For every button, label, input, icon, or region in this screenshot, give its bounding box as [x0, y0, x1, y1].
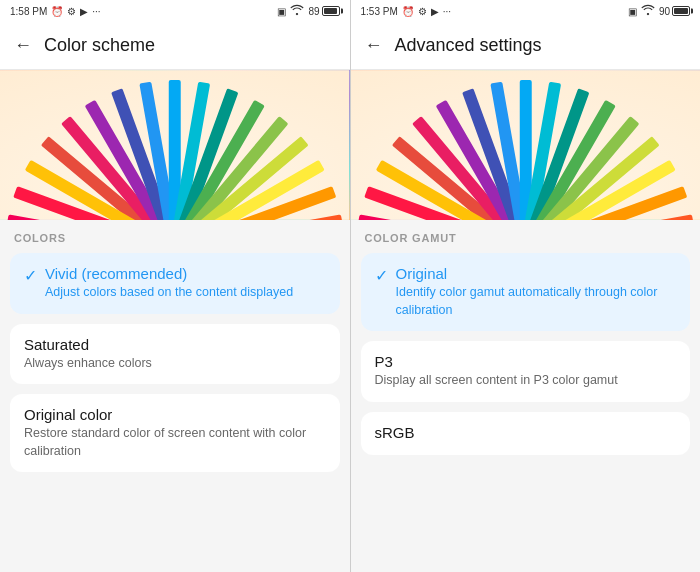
original-color-option-card[interactable]: Original color Restore standard color of… — [10, 394, 340, 472]
check-icon-original: ✓ — [375, 266, 388, 285]
original-color-desc: Restore standard color of screen content… — [24, 425, 326, 460]
colors-section-label: COLORS — [0, 220, 350, 248]
signal-icon-r: ▣ — [628, 6, 637, 17]
p3-option-card[interactable]: P3 Display all screen content in P3 colo… — [361, 341, 691, 402]
media-icon-r: ▶ — [431, 6, 439, 17]
vivid-desc: Adjust colors based on the content displ… — [45, 284, 326, 302]
back-button-advanced[interactable]: ← — [365, 35, 383, 56]
original-color-title: Original color — [24, 406, 326, 423]
srgb-option-card[interactable]: sRGB — [361, 412, 691, 455]
status-bar-right: 1:53 PM ⏰ ⚙ ▶ ··· ▣ 90 — [351, 0, 701, 22]
time-left: 1:58 PM — [10, 6, 47, 17]
original-gamut-desc: Identify color gamut automatically throu… — [396, 284, 677, 319]
color-scheme-header: ← Color scheme — [0, 22, 350, 70]
back-button[interactable]: ← — [14, 35, 32, 56]
original-gamut-title: Original — [396, 265, 677, 282]
srgb-title: sRGB — [375, 424, 677, 441]
alarm-icon-r: ⏰ — [402, 6, 414, 17]
battery-right: 90 — [659, 6, 690, 17]
media-icon: ▶ — [80, 6, 88, 17]
settings-icon-r: ⚙ — [418, 6, 427, 17]
vivid-option-card[interactable]: ✓ Vivid (recommended) Adjust colors base… — [10, 253, 340, 314]
check-icon-vivid: ✓ — [24, 266, 37, 285]
p3-title: P3 — [375, 353, 677, 370]
color-pencils-image — [0, 70, 350, 220]
more-icon-r: ··· — [443, 6, 451, 17]
advanced-settings-header: ← Advanced settings — [351, 22, 701, 70]
signal-icon: ▣ — [277, 6, 286, 17]
saturated-desc: Always enhance colors — [24, 355, 326, 373]
p3-desc: Display all screen content in P3 color g… — [375, 372, 677, 390]
vivid-title: Vivid (recommended) — [45, 265, 326, 282]
color-scheme-panel: 1:58 PM ⏰ ⚙ ▶ ··· ▣ 89 ← Color scheme — [0, 0, 350, 572]
settings-icon: ⚙ — [67, 6, 76, 17]
more-icon: ··· — [92, 6, 100, 17]
page-title-color-scheme: Color scheme — [44, 35, 155, 56]
wifi-icon — [290, 4, 304, 18]
wifi-icon-r — [641, 4, 655, 18]
time-right: 1:53 PM — [361, 6, 398, 17]
page-title-advanced: Advanced settings — [395, 35, 542, 56]
color-gamut-section-label: COLOR GAMUT — [351, 220, 701, 248]
status-bar-left: 1:58 PM ⏰ ⚙ ▶ ··· ▣ 89 — [0, 0, 350, 22]
saturated-option-card[interactable]: Saturated Always enhance colors — [10, 324, 340, 385]
saturated-title: Saturated — [24, 336, 326, 353]
color-pencils-image-2 — [351, 70, 701, 220]
original-gamut-option-card[interactable]: ✓ Original Identify color gamut automati… — [361, 253, 691, 331]
alarm-icon: ⏰ — [51, 6, 63, 17]
battery-left: 89 — [308, 6, 339, 17]
advanced-settings-panel: 1:53 PM ⏰ ⚙ ▶ ··· ▣ 90 ← Advanced settin… — [350, 0, 701, 572]
